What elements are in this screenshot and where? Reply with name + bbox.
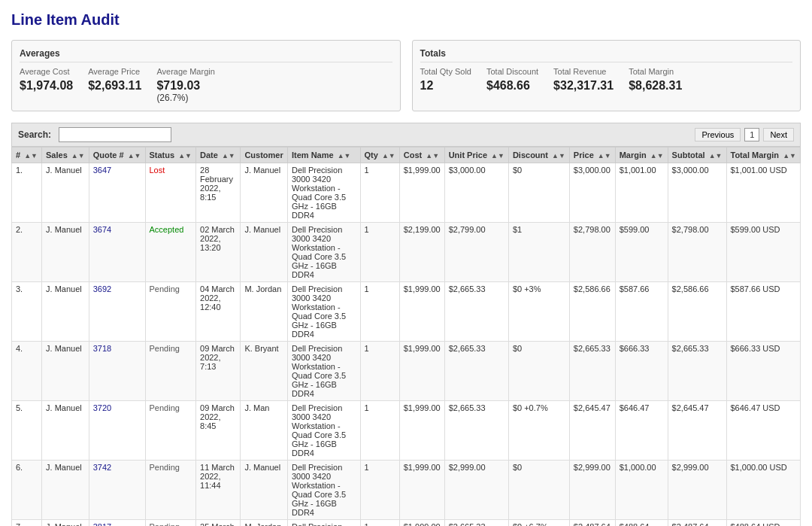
cell-status: Pending xyxy=(145,342,196,401)
cell-quote[interactable]: 3817 xyxy=(89,520,145,527)
cell-date: 09 March 2022, 8:45 xyxy=(196,401,241,461)
total-revenue-label: Total Revenue xyxy=(553,67,614,76)
search-bar: Search: Previous 1 Next xyxy=(11,123,801,147)
cell-total-margin: $1,001.00 USD xyxy=(726,163,801,223)
search-input[interactable] xyxy=(59,127,171,142)
cell-price: $2,798.00 xyxy=(569,223,615,282)
total-discount-value: $468.66 xyxy=(486,79,538,93)
cell-total-margin: $666.33 USD xyxy=(726,342,801,401)
total-revenue-value: $32,317.31 xyxy=(553,79,614,93)
cell-quote[interactable]: 3674 xyxy=(89,223,145,282)
cell-discount: $0 +0.7% xyxy=(508,401,569,461)
cell-total-margin: $599.00 USD xyxy=(726,223,801,282)
col-qty[interactable]: Qty ▲▼ xyxy=(360,147,399,163)
cell-qty: 1 xyxy=(360,520,399,527)
cell-date: 09 March 2022, 7:13 xyxy=(196,342,241,401)
cell-num: 3. xyxy=(12,282,42,342)
cell-item-name: Dell Precision 3000 3420 Workstation - Q… xyxy=(288,342,361,401)
col-margin[interactable]: Margin ▲▼ xyxy=(615,147,668,163)
cell-qty: 1 xyxy=(360,342,399,401)
avg-margin-block: Average Margin $719.03 (26.7%) xyxy=(156,67,214,103)
pagination-current: 1 xyxy=(744,128,759,141)
cell-cost: $1,999.00 xyxy=(399,282,444,342)
cell-cost: $1,999.00 xyxy=(399,401,444,461)
cell-date: 02 March 2022, 13:20 xyxy=(196,223,241,282)
col-num[interactable]: # ▲▼ xyxy=(12,147,42,163)
averages-title: Averages xyxy=(20,48,392,62)
avg-margin-label: Average Margin xyxy=(156,67,214,76)
cell-discount: $0 +3% xyxy=(508,282,569,342)
averages-card: Averages Average Cost $1,974.08 Average … xyxy=(11,40,401,111)
col-discount[interactable]: Discount ▲▼ xyxy=(508,147,569,163)
cell-date: 04 March 2022, 12:40 xyxy=(196,282,241,342)
cell-margin: $646.47 xyxy=(615,401,668,461)
next-button[interactable]: Next xyxy=(763,128,794,141)
table-row: 4. J. Manuel 3718 Pending 09 March 2022,… xyxy=(12,342,801,401)
cell-quote[interactable]: 3692 xyxy=(89,282,145,342)
total-qty-label: Total Qty Sold xyxy=(420,67,471,76)
cell-item-name: Dell Precision 3000 3420 Workstation - Q… xyxy=(288,401,361,461)
avg-margin-value: $719.03 xyxy=(156,79,214,93)
col-customer[interactable]: Customer xyxy=(241,147,288,163)
cell-cost: $1,999.00 xyxy=(399,461,444,520)
cell-price: $3,000.00 xyxy=(569,163,615,223)
cell-status: Accepted xyxy=(145,223,196,282)
cell-sales: J. Manuel xyxy=(42,282,89,342)
cell-item-name: Dell Precision 3000 3420 Workstation - Q… xyxy=(288,223,361,282)
col-price[interactable]: Price ▲▼ xyxy=(569,147,615,163)
cell-date: 25 March 2022, 8:27 xyxy=(196,520,241,527)
cell-qty: 1 xyxy=(360,223,399,282)
col-status[interactable]: Status ▲▼ xyxy=(145,147,196,163)
cell-date: 11 March 2022, 11:44 xyxy=(196,461,241,520)
total-qty-block: Total Qty Sold 12 xyxy=(420,67,471,93)
cell-quote[interactable]: 3720 xyxy=(89,401,145,461)
col-cost[interactable]: Cost ▲▼ xyxy=(399,147,444,163)
cell-price: $2,645.47 xyxy=(569,401,615,461)
cell-total-margin: $646.47 USD xyxy=(726,401,801,461)
cell-item-name: Dell Precision 3000 3420 Workstation - Q… xyxy=(288,461,361,520)
cell-item-name: Dell Precision 3000 3420 Workstation - Q… xyxy=(288,163,361,223)
cell-num: 1. xyxy=(12,163,42,223)
cell-price: $2,487.64 xyxy=(569,520,615,527)
cell-num: 6. xyxy=(12,461,42,520)
cell-quote[interactable]: 3718 xyxy=(89,342,145,401)
col-quote[interactable]: Quote # ▲▼ xyxy=(89,147,145,163)
cell-unit-price: $2,799.00 xyxy=(444,223,508,282)
cell-margin: $488.64 xyxy=(615,520,668,527)
cell-margin: $587.66 xyxy=(615,282,668,342)
avg-price-value: $2,693.11 xyxy=(88,79,141,93)
cell-quote[interactable]: 3647 xyxy=(89,163,145,223)
cell-unit-price: $2,999.00 xyxy=(444,461,508,520)
cell-status: Pending xyxy=(145,282,196,342)
total-revenue-block: Total Revenue $32,317.31 xyxy=(553,67,614,93)
col-sales[interactable]: Sales ▲▼ xyxy=(42,147,89,163)
cell-cost: $1,999.00 xyxy=(399,520,444,527)
cell-price: $2,665.33 xyxy=(569,342,615,401)
table-row: 3. J. Manuel 3692 Pending 04 March 2022,… xyxy=(12,282,801,342)
previous-button[interactable]: Previous xyxy=(695,128,741,141)
search-label: Search: xyxy=(18,129,51,140)
cell-status: Lost xyxy=(145,163,196,223)
col-unit-price[interactable]: Unit Price ▲▼ xyxy=(444,147,508,163)
cell-margin: $1,000.00 xyxy=(615,461,668,520)
col-item-name[interactable]: Item Name ▲▼ xyxy=(288,147,361,163)
cell-discount: $0 +6.7% xyxy=(508,520,569,527)
cell-subtotal: $2,999.00 xyxy=(668,461,726,520)
col-date[interactable]: Date ▲▼ xyxy=(196,147,241,163)
cell-sales: J. Manuel xyxy=(42,461,89,520)
cell-unit-price: $2,665.33 xyxy=(444,520,508,527)
cell-status: Pending xyxy=(145,461,196,520)
cell-total-margin: $587.66 USD xyxy=(726,282,801,342)
col-total-margin[interactable]: Total Margin ▲▼ xyxy=(726,147,801,163)
cell-qty: 1 xyxy=(360,461,399,520)
cell-customer: M. Jordan xyxy=(241,520,288,527)
cell-subtotal: $2,487.64 xyxy=(668,520,726,527)
cell-unit-price: $2,665.33 xyxy=(444,282,508,342)
cell-subtotal: $2,586.66 xyxy=(668,282,726,342)
cell-quote[interactable]: 3742 xyxy=(89,461,145,520)
cell-customer: M. Jordan xyxy=(241,282,288,342)
table-row: 2. J. Manuel 3674 Accepted 02 March 2022… xyxy=(12,223,801,282)
col-subtotal[interactable]: Subtotal ▲▼ xyxy=(668,147,726,163)
cell-margin: $599.00 xyxy=(615,223,668,282)
page-title: Line Item Audit xyxy=(11,11,801,29)
